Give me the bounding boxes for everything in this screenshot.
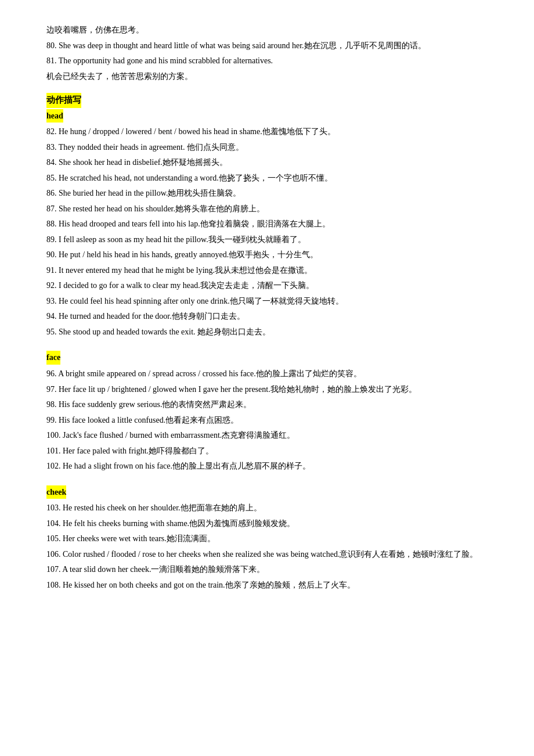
head-entry-0: 82. He hung / dropped / lowered / bent /… [46, 125, 488, 139]
intro-line-3: 81. The opportunity had gone and his min… [46, 54, 488, 69]
intro-line-2: 80. She was deep in thought and heard li… [46, 39, 488, 53]
head-entry-5: 87. She rested her head on his shoulder.… [46, 202, 488, 217]
cheek-section: cheek 103. He rested his cheek on her sh… [46, 485, 488, 593]
face-entry-2: 98. His face suddenly grew serious.他的表情突… [46, 398, 488, 412]
cheek-entry-4: 107. A tear slid down her cheek.一滴泪顺着她的脸… [46, 563, 488, 577]
cheek-entry-3: 106. Color rushed / flooded / rose to he… [46, 548, 488, 562]
cheek-entry-5: 108. He kissed her on both cheeks and go… [46, 578, 488, 593]
action-section: 动作描写 head 82. He hung / dropped / lowere… [46, 93, 488, 339]
face-entry-0: 96. A bright smile appeared on / spread … [46, 367, 488, 381]
face-entry-3: 99. His face looked a little confused.他看… [46, 413, 488, 428]
cheek-entry-2: 105. Her cheeks were wet with tears.她泪流满… [46, 532, 488, 546]
cheek-entry-0: 103. He rested his cheek on her shoulder… [46, 501, 488, 516]
head-entry-10: 92. I decided to go for a walk to clear … [46, 279, 488, 293]
head-entry-1: 83. They nodded their heads in agreement… [46, 141, 488, 155]
head-entry-12: 94. He turned and headed for the door.他转… [46, 309, 488, 324]
head-entry-3: 85. He scratched his head, not understan… [46, 171, 488, 186]
intro-line-1: 边咬着嘴唇，仿佛在思考。 [46, 23, 488, 38]
head-entry-11: 93. He could feel his head spinning afte… [46, 294, 488, 309]
head-entry-8: 90. He put / held his head in his hands,… [46, 248, 488, 262]
cheek-entry-1: 104. He felt his cheeks burning with sha… [46, 517, 488, 531]
section-action-keyword: head [46, 109, 63, 123]
section-face-keyword: face [46, 351, 60, 365]
intro-section: 边咬着嘴唇，仿佛在思考。 80. She was deep in thought… [46, 23, 488, 84]
face-entry-1: 97. Her face lit up / brightened / glowe… [46, 383, 488, 397]
section-cheek-keyword: cheek [46, 485, 66, 499]
face-entry-5: 101. Her face paled with fright.她吓得脸都白了。 [46, 444, 488, 459]
head-entry-6: 88. His head drooped and tears fell into… [46, 217, 488, 232]
face-entry-6: 102. He had a slight frown on his face.他… [46, 459, 488, 474]
cheek-entries: 103. He rested his cheek on her shoulder… [46, 501, 488, 592]
head-entry-2: 84. She shook her head in disbelief.她怀疑地… [46, 156, 488, 170]
head-entry-4: 86. She buried her head in the pillow.她用… [46, 186, 488, 201]
section-action-title: 动作描写 [46, 93, 81, 108]
head-entry-7: 89. I fell asleep as soon as my head hit… [46, 233, 488, 247]
face-entries: 96. A bright smile appeared on / spread … [46, 367, 488, 474]
intro-line-4: 机会已经失去了，他苦苦思索别的方案。 [46, 70, 488, 84]
head-entries: 82. He hung / dropped / lowered / bent /… [46, 125, 488, 339]
head-entry-9: 91. It never entered my head that he mig… [46, 264, 488, 278]
face-entry-4: 100. Jack's face flushed / burned with e… [46, 429, 488, 443]
head-entry-13: 95. She stood up and headed towards the … [46, 325, 488, 340]
face-section: face 96. A bright smile appeared on / sp… [46, 351, 488, 473]
